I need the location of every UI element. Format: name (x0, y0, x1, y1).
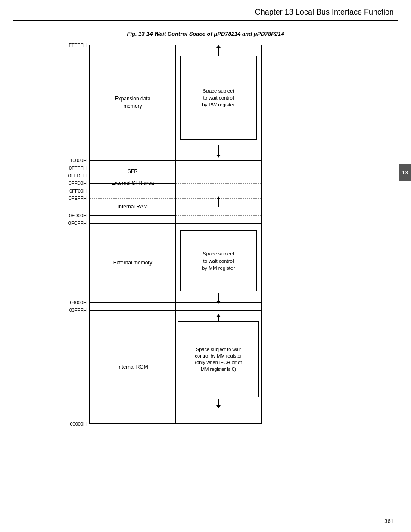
addr-00000h: 00000H (70, 421, 87, 426)
addr-03fffh: 03FFFH (69, 308, 87, 313)
addr-0ffd0h: 0FFD0H (68, 180, 87, 186)
addr-0ffffh: 0FFFFH (69, 165, 87, 171)
wait-hline-dashed-0ffd0h (176, 183, 261, 184)
addr-04000h: 04000H (70, 300, 87, 305)
arrow-mm-down (216, 293, 221, 304)
wait-hline-0ff00h (176, 191, 261, 191)
wait-hline-0ffdfh (176, 176, 261, 176)
hline-dashed-0ff00h (90, 191, 175, 191)
addr-0feffh: 0FEFFH (68, 196, 87, 201)
region-external-memory: External memory (90, 223, 176, 303)
wait-hline-0fcffh (176, 223, 261, 224)
arrow-pw-down (216, 145, 221, 158)
page-number: 361 (384, 518, 394, 524)
wait-hline-10000h (176, 160, 261, 161)
region-internal-rom: Internal ROM (90, 310, 176, 424)
region-expansion: Expansion datamemory (90, 45, 176, 160)
diagram-wrapper: FFFFFH 10000H 0FFFFH 0FFDFH 0FFD0H 0FF00… (59, 45, 352, 424)
wait-hline-03fffh (176, 310, 261, 311)
wait-control-column: Space subjectto wait controlby PW regist… (175, 45, 262, 424)
address-labels: FFFFFH 10000H 0FFFFH 0FFDFH 0FFD0H 0FF00… (59, 45, 89, 424)
hline-0fd00h (90, 215, 175, 216)
page-header: Chapter 13 Local Bus Interface Function (0, 0, 411, 20)
addr-10000h: 10000H (70, 158, 87, 163)
addr-0fd00h: 0FD00H (69, 213, 87, 218)
arrow-rom-down (216, 399, 221, 408)
header-rule (13, 20, 398, 21)
addr-0ffdfh: 0FFDFH (68, 173, 87, 178)
chapter-tab: 13 (399, 164, 411, 181)
arrow-mm-up (216, 196, 221, 207)
wait-box-pw: Space subjectto wait controlby PW regist… (180, 56, 257, 140)
wait-box-rom: Space subject to waitcontrol by MM regis… (178, 321, 259, 397)
wait-hline-0ffffh (176, 168, 261, 168)
region-internal-ram: Internal RAM (90, 198, 176, 215)
memory-column: Expansion datamemory SFR External SFR ar… (89, 45, 175, 424)
figure-title: Fig. 13-14 Wait Control Space of μPD7821… (0, 31, 411, 37)
region-sfr: SFR (90, 168, 176, 176)
addr-0fcffh: 0FCFFH (68, 221, 87, 226)
chapter-title: Chapter 13 Local Bus Interface Function (255, 8, 394, 17)
wait-bottom-border (176, 423, 261, 424)
wait-hline-dashed-0fd00h (176, 215, 261, 216)
hline-10000h (90, 160, 175, 161)
hline-04000h (90, 302, 175, 303)
wait-box-mm: Space subjectto wait controlby MM regist… (180, 230, 257, 291)
addr-fffffh: FFFFFH (68, 42, 87, 47)
arrow-pw-up (216, 45, 221, 57)
region-external-sfr: External SFR area (90, 176, 176, 191)
addr-0ff00h: 0FF00H (69, 188, 87, 193)
